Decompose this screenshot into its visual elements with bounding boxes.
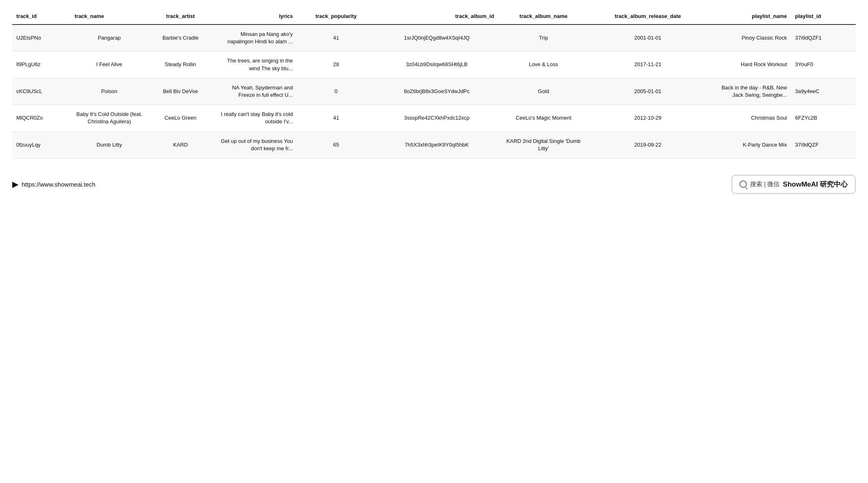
- col-header-popularity: track_popularity: [297, 8, 375, 24]
- cell-col-playlist-id: 3a9y4eeC: [791, 78, 856, 105]
- cell-col-playlist-name: Christmas Soul: [707, 105, 791, 131]
- brand-label: ShowMeAI 研究中心: [783, 180, 848, 189]
- cell-col-playlist-name: Pinoy Classic Rock: [707, 24, 791, 51]
- cell-col-playlist-name: Hard Rock Workout: [707, 51, 791, 78]
- cell-col-track-name: Poison: [71, 78, 148, 105]
- cell-col-playlist-id: 6FZYc2B: [791, 105, 856, 131]
- cell-col-playlist-id: 37i9dQZF: [791, 131, 856, 158]
- cell-col-album-id: 3ssspRe42CXkhPxdc12xcp: [375, 105, 498, 131]
- data-table: track_id track_name track_artist lyrics …: [12, 8, 856, 158]
- cell-col-release-date: 2005-01-01: [589, 78, 707, 105]
- cell-col-lyrics: NA Yeah, Spyderman and Freeze in full ef…: [213, 78, 297, 105]
- cell-col-popularity: 65: [297, 131, 375, 158]
- cell-col-release-date: 2017-11-21: [589, 51, 707, 78]
- cell-col-track-id: U2EtsPNo: [12, 24, 71, 51]
- main-container: track_id track_name track_artist lyrics …: [0, 0, 868, 483]
- table-row: ll9PLgU6zI Feel AliveSteady RollinThe tr…: [12, 51, 856, 78]
- cell-col-lyrics: The trees, are singing in the wind The s…: [213, 51, 297, 78]
- cell-col-popularity: 41: [297, 24, 375, 51]
- cell-col-artist: Bell Biv DeVoe: [148, 78, 213, 105]
- search-badge[interactable]: 搜索 | 微信 ShowMeAI 研究中心: [731, 175, 856, 194]
- table-header-row: track_id track_name track_artist lyrics …: [12, 8, 856, 24]
- cell-col-track-id: MlQCR0Zo: [12, 105, 71, 131]
- cell-col-playlist-name: Back in the day - R&B, New Jack Swing, S…: [707, 78, 791, 105]
- footer-bar: ▶ https://www.showmeai.tech 搜索 | 微信 Show…: [12, 171, 856, 198]
- table-row: MlQCR0ZoBaby It's Cold Outside (feat. Ch…: [12, 105, 856, 131]
- cell-col-track-id: 0fzuuyLqy: [12, 131, 71, 158]
- cell-col-track-name: I Feel Alive: [71, 51, 148, 78]
- cell-col-track-name: Baby It's Cold Outside (feat. Christina …: [71, 105, 148, 131]
- col-header-playlist-id: playlist_id: [791, 8, 856, 24]
- cell-col-track-id: ll9PLgU6z: [12, 51, 71, 78]
- cell-col-album-id: 3z04Lb9DsiIqw68SHt6jLB: [375, 51, 498, 78]
- cell-col-artist: Barbie's Cradle: [148, 24, 213, 51]
- col-header-lyrics: lyrics: [213, 8, 297, 24]
- cell-col-album-name: KARD 2nd Digital Single 'Dumb Litty': [498, 131, 589, 158]
- cell-col-album-name: Gold: [498, 78, 589, 105]
- cell-col-album-id: 6oZ6brjB8x3GoeSYdwJdPc: [375, 78, 498, 105]
- col-header-album-name: track_album_name: [498, 8, 589, 24]
- cell-col-playlist-id: 37i9dQZF1: [791, 24, 856, 51]
- cell-col-playlist-name: K-Party Dance Mix: [707, 131, 791, 158]
- footer-url-text: https://www.showmeai.tech: [22, 181, 95, 188]
- cell-col-album-id: 7h5X3xhh3peIK9Y0qI5hbK: [375, 131, 498, 158]
- cell-col-popularity: 41: [297, 105, 375, 131]
- footer-url-section: ▶ https://www.showmeai.tech: [12, 179, 95, 189]
- table-row: U2EtsPNoPangarapBarbie's CradleMinsan pa…: [12, 24, 856, 51]
- col-header-playlist-name: playlist_name: [707, 8, 791, 24]
- cell-col-track-name: Pangarap: [71, 24, 148, 51]
- cell-col-release-date: 2019-09-22: [589, 131, 707, 158]
- table-body: U2EtsPNoPangarapBarbie's CradleMinsan pa…: [12, 24, 856, 158]
- cell-col-lyrics: Minsan pa Nang ako'y napalingon Hindi ko…: [213, 24, 297, 51]
- cell-col-track-id: cKC9UScL: [12, 78, 71, 105]
- table-row: cKC9UScLPoisonBell Biv DeVoeNA Yeah, Spy…: [12, 78, 856, 105]
- cell-col-artist: Steady Rollin: [148, 51, 213, 78]
- search-label: 搜索 | 微信: [750, 180, 779, 188]
- cell-col-album-name: Love & Loss: [498, 51, 589, 78]
- cell-col-artist: CeeLo Green: [148, 105, 213, 131]
- cell-col-lyrics: I really can't stay Baby it's cold outsi…: [213, 105, 297, 131]
- cell-col-track-name: Dumb Litty: [71, 131, 148, 158]
- cell-col-playlist-id: 3YouF0: [791, 51, 856, 78]
- cell-col-release-date: 2001-01-01: [589, 24, 707, 51]
- cell-col-album-name: CeeLo's Magic Moment: [498, 105, 589, 131]
- cell-col-album-id: 1srJQ0njEQgd8w4XSqI4JQ: [375, 24, 498, 51]
- cell-col-album-name: Trip: [498, 24, 589, 51]
- col-header-track-name: track_name: [71, 8, 148, 24]
- col-header-album-id: track_album_id: [375, 8, 498, 24]
- cell-col-popularity: 28: [297, 51, 375, 78]
- search-icon: [740, 180, 747, 188]
- table-row: 0fzuuyLqyDumb LittyKARDGet up out of my …: [12, 131, 856, 158]
- col-header-track-id: track_id: [12, 8, 71, 24]
- cell-col-popularity: 0: [297, 78, 375, 105]
- cell-col-artist: KARD: [148, 131, 213, 158]
- col-header-release-date: track_album_release_date: [589, 8, 707, 24]
- col-header-artist: track_artist: [148, 8, 213, 24]
- cursor-icon: ▶: [12, 179, 18, 189]
- cell-col-lyrics: Get up out of my business You don't keep…: [213, 131, 297, 158]
- cell-col-release-date: 2012-10-29: [589, 105, 707, 131]
